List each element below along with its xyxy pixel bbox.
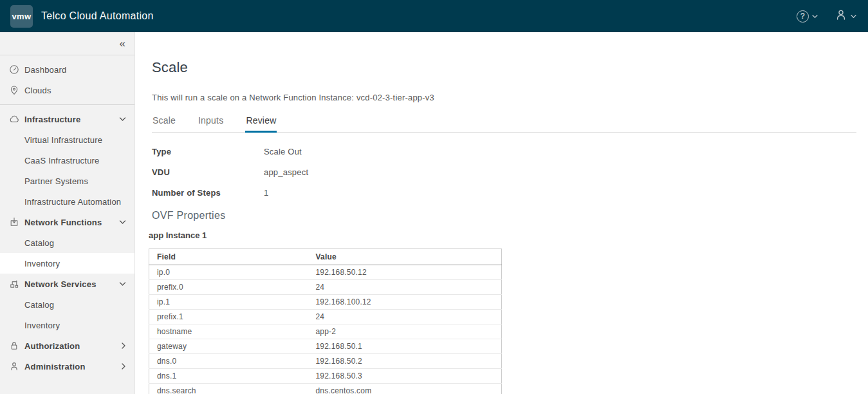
table-row: dns.1 192.168.50.3 [149, 369, 502, 384]
sidebar-item-label: Network Services [24, 279, 97, 289]
sidebar-item-label: Catalog [24, 238, 54, 248]
sidebar-item-clouds[interactable]: Clouds [0, 80, 134, 100]
user-menu[interactable] [835, 8, 856, 24]
review-field-steps: Number of Steps 1 [152, 187, 856, 199]
cloud-icon [9, 114, 19, 124]
sidebar-item-authorization[interactable]: Authorization [0, 335, 134, 356]
sidebar-item-label: Administration [24, 362, 86, 371]
chevron-down-icon [119, 220, 126, 225]
value-cell: 192.168.50.12 [308, 265, 502, 280]
chevron-down-icon [119, 117, 126, 122]
person-icon [9, 361, 19, 371]
review-summary: Type Scale Out VDU app_aspect Number of … [152, 133, 856, 199]
product-title: Telco Cloud Automation [41, 10, 154, 22]
page-description: This will run a scale on a Network Funct… [152, 93, 856, 102]
app-window: vmw Telco Cloud Automation ? [0, 0, 868, 394]
table-row: prefix.1 24 [149, 310, 502, 324]
column-header-field: Field [149, 249, 308, 265]
sidebar-item-virtual-infrastructure[interactable]: Virtual Infrastructure [0, 129, 134, 150]
value-cell: 24 [308, 310, 502, 324]
table-header-row: Field Value [149, 249, 502, 265]
help-menu[interactable]: ? [797, 10, 818, 23]
sidebar-item-infrastructure[interactable]: Infrastructure [0, 109, 134, 129]
chevron-right-icon [121, 342, 126, 350]
field-label: Type [152, 145, 264, 158]
sidebar-item-infrastructure-automation[interactable]: Infrastructure Automation [0, 191, 134, 212]
field-value: 1 [264, 187, 268, 199]
sidebar-collapse-row: « [0, 32, 134, 55]
table-row: hostname app-2 [149, 324, 502, 339]
sidebar-item-caas-infrastructure[interactable]: CaaS Infrastructure [0, 150, 134, 171]
app-instance-heading: app Instance 1 [149, 230, 856, 240]
main-content: Scale This will run a scale on a Network… [135, 32, 868, 394]
table-row: ip.1 192.168.100.12 [149, 295, 502, 310]
tab-bar: Scale Inputs Review [152, 113, 856, 133]
chevron-right-icon [121, 363, 126, 370]
ovf-properties-table: Field Value ip.0 192.168.50.12 prefix.0 … [149, 249, 502, 394]
sidebar-item-ns-catalog[interactable]: Catalog [0, 294, 134, 315]
nav-group-overview: Dashboard Clouds [0, 55, 134, 104]
sidebar-item-label: Authorization [24, 341, 80, 351]
value-cell: 192.168.50.3 [308, 369, 502, 384]
tab-inputs[interactable]: Inputs [198, 113, 224, 133]
ovf-properties-heading: OVF Properties [152, 210, 856, 221]
sidebar-item-network-functions[interactable]: Network Functions [0, 212, 134, 232]
value-cell: 192.168.50.1 [308, 339, 502, 354]
sidebar-item-ns-inventory[interactable]: Inventory [0, 315, 134, 335]
collapse-sidebar-button[interactable]: « [120, 38, 125, 49]
sidebar-item-label: Infrastructure Automation [24, 197, 121, 207]
brand: vmw Telco Cloud Automation [10, 5, 154, 28]
app-header: vmw Telco Cloud Automation ? [0, 0, 868, 32]
field-cell: ip.0 [149, 265, 308, 280]
sidebar-item-label: Network Functions [24, 218, 102, 227]
review-field-type: Type Scale Out [152, 145, 856, 158]
page-title: Scale [152, 59, 856, 76]
sidebar-item-administration[interactable]: Administration [0, 356, 134, 377]
sidebar-item-network-services[interactable]: Network Services [0, 274, 134, 294]
table-row: ip.0 192.168.50.12 [149, 265, 502, 280]
sidebar-item-label: Partner Systems [24, 176, 88, 186]
tab-scale[interactable]: Scale [152, 113, 176, 133]
table-row: dns.0 192.168.50.2 [149, 354, 502, 369]
sidebar-item-label: CaaS Infrastructure [24, 156, 100, 165]
chevron-down-icon [812, 14, 818, 19]
field-cell: gateway [149, 339, 308, 354]
field-cell: prefix.1 [149, 310, 308, 324]
column-header-value: Value [308, 249, 502, 265]
sidebar-item-label: Inventory [24, 321, 60, 330]
sidebar-item-nf-catalog[interactable]: Catalog [0, 232, 134, 253]
value-cell: 192.168.100.12 [308, 295, 502, 310]
table-row: prefix.0 24 [149, 280, 502, 295]
nav-group-main: Infrastructure Virtual Infrastructure Ca… [0, 104, 134, 380]
value-cell: 192.168.50.2 [308, 354, 502, 369]
help-icon: ? [797, 10, 809, 23]
header-actions: ? [797, 8, 856, 24]
tab-review[interactable]: Review [245, 113, 277, 133]
value-cell: 24 [308, 280, 502, 295]
value-cell: app-2 [308, 324, 502, 339]
map-marker-icon [9, 85, 19, 95]
field-cell: dns.1 [149, 369, 308, 384]
sidebar-item-label: Catalog [24, 300, 54, 310]
field-value: app_aspect [264, 166, 308, 178]
sidebar-item-label: Infrastructure [24, 115, 80, 124]
sidebar: « Dashboard [0, 32, 135, 394]
field-cell: ip.1 [149, 295, 308, 310]
field-label: Number of Steps [152, 187, 264, 199]
field-value: Scale Out [264, 145, 302, 158]
sidebar-item-nf-inventory[interactable]: Inventory [0, 253, 134, 274]
field-label: VDU [152, 166, 264, 178]
value-cell: dns.centos.com [308, 384, 502, 394]
user-icon [835, 8, 847, 24]
field-cell: hostname [149, 324, 308, 339]
chevron-down-icon [851, 14, 856, 19]
gauge-icon [9, 64, 19, 75]
vmware-logo: vmw [10, 5, 33, 28]
topology-icon [9, 279, 19, 289]
sidebar-item-partner-systems[interactable]: Partner Systems [0, 171, 134, 191]
lock-icon [9, 341, 19, 351]
chevron-down-icon [119, 281, 126, 286]
sidebar-item-label: Virtual Infrastructure [24, 135, 102, 145]
sidebar-item-dashboard[interactable]: Dashboard [0, 59, 134, 80]
sidebar-item-label: Inventory [24, 259, 60, 268]
